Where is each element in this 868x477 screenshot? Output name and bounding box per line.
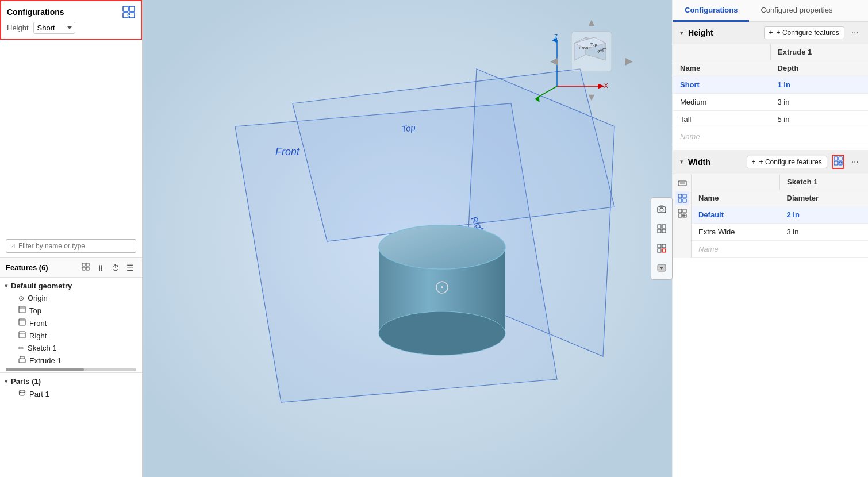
height-section-header: ▾ Height + + Configure features ··· bbox=[673, 22, 868, 44]
filter-area: ⊿ bbox=[0, 234, 142, 258]
tree-item-label: Default geometry bbox=[11, 282, 72, 290]
sketch-icon: ✏ bbox=[18, 344, 24, 352]
right-tabs: Configurations Configured properties bbox=[673, 0, 868, 22]
tree-item-default-geometry[interactable]: ▾ Default geometry bbox=[0, 280, 142, 292]
svg-rect-0 bbox=[123, 6, 128, 11]
tab-configurations[interactable]: Configurations bbox=[673, 0, 749, 22]
height-section: ▾ Height + + Configure features ··· Extr… bbox=[673, 22, 868, 145]
scrollbar-track bbox=[6, 368, 136, 371]
height-chevron-icon: ▾ bbox=[680, 29, 683, 37]
tree-item-extrude1[interactable]: Extrude 1 bbox=[0, 354, 142, 367]
height-section-title: Height bbox=[688, 28, 759, 37]
row-value: 2 in bbox=[780, 206, 869, 224]
svg-text:Z: Z bbox=[554, 34, 558, 40]
row-value: 5 in bbox=[771, 111, 869, 128]
config-title: Configurations bbox=[7, 7, 64, 17]
row-name: Default bbox=[692, 206, 780, 224]
table-row-new[interactable]: Name bbox=[692, 241, 868, 258]
table-row[interactable]: Medium 3 in bbox=[673, 94, 868, 111]
svg-text:◀: ◀ bbox=[550, 55, 558, 67]
svg-rect-70 bbox=[678, 181, 686, 186]
pause-button[interactable]: ⏸ bbox=[94, 262, 107, 274]
svg-text:Front: Front bbox=[275, 146, 300, 157]
svg-rect-54 bbox=[658, 225, 661, 228]
toolbar-btn-1[interactable] bbox=[652, 200, 671, 218]
tree-item-top[interactable]: Top bbox=[0, 304, 142, 317]
svg-text:Top: Top bbox=[590, 43, 597, 47]
table-row[interactable]: Default 2 in bbox=[692, 206, 868, 224]
filter-icon: ⊿ bbox=[10, 242, 16, 250]
tree-item-label: Top bbox=[29, 306, 41, 315]
svg-rect-57 bbox=[662, 229, 666, 233]
view-dropdown-btn[interactable] bbox=[652, 259, 671, 277]
svg-rect-76 bbox=[683, 199, 686, 202]
filter-input-wrapper: ⊿ bbox=[6, 239, 136, 253]
width-table-area: Sketch 1 Name Diameter Default 2 in Extr… bbox=[673, 174, 868, 258]
table-row[interactable]: Short 1 in bbox=[673, 76, 868, 94]
row-value-empty bbox=[780, 241, 869, 258]
tab-configured-properties[interactable]: Configured properties bbox=[749, 0, 844, 22]
tree-item-front[interactable]: Front bbox=[0, 317, 142, 329]
height-name-header: Name bbox=[673, 60, 771, 76]
part-icon bbox=[18, 389, 26, 398]
svg-rect-5 bbox=[82, 263, 85, 266]
extrude-icon bbox=[18, 356, 26, 365]
height-table: Extrude 1 Name Depth Short 1 in Medium 3… bbox=[673, 44, 868, 145]
table-row[interactable]: Tall 5 in bbox=[673, 111, 868, 128]
width-more-button[interactable]: ··· bbox=[849, 156, 861, 168]
svg-point-19 bbox=[20, 390, 25, 393]
svg-rect-73 bbox=[678, 194, 682, 198]
plane-icon bbox=[18, 318, 26, 328]
svg-rect-9 bbox=[19, 306, 25, 313]
height-label: Height bbox=[7, 24, 29, 32]
svg-point-62 bbox=[663, 249, 665, 252]
tree-item-label: Part 1 bbox=[29, 390, 49, 398]
side-icon-btn-3[interactable] bbox=[675, 206, 689, 220]
plus-icon: + bbox=[752, 158, 756, 166]
width-diameter-header: Diameter bbox=[780, 190, 869, 206]
svg-rect-58 bbox=[658, 244, 661, 248]
tree-item-sketch1[interactable]: ✏ Sketch 1 bbox=[0, 342, 142, 354]
svg-rect-55 bbox=[662, 225, 666, 228]
svg-rect-77 bbox=[678, 209, 682, 213]
width-chevron-icon: ▾ bbox=[680, 158, 683, 166]
height-extrude-group-header: Extrude 1 bbox=[771, 44, 869, 60]
timer-button[interactable]: ⏱ bbox=[109, 262, 122, 274]
svg-rect-65 bbox=[834, 157, 838, 160]
toolbar-btn-3[interactable] bbox=[652, 239, 671, 257]
table-row[interactable]: Extra Wide 3 in bbox=[692, 224, 868, 241]
tree-item-parts[interactable]: ▾ Parts (1) bbox=[0, 375, 142, 387]
features-title: Features (6) bbox=[6, 263, 77, 272]
svg-text:Top: Top bbox=[401, 122, 416, 134]
svg-rect-60 bbox=[658, 249, 661, 252]
side-icon-btn-2[interactable] bbox=[675, 191, 689, 205]
tree-item-label: Parts (1) bbox=[11, 377, 41, 386]
width-table: Sketch 1 Name Diameter Default 2 in Extr… bbox=[692, 174, 868, 258]
tree-item-label: Right bbox=[29, 332, 47, 340]
svg-rect-11 bbox=[19, 319, 25, 325]
svg-text:▲: ▲ bbox=[586, 17, 597, 28]
filter-input[interactable] bbox=[18, 242, 132, 250]
right-toolbar bbox=[651, 197, 673, 280]
tree-item-origin[interactable]: ⊙ Origin bbox=[0, 292, 142, 304]
center-panel: Front Top Right Front Top bbox=[143, 0, 673, 477]
svg-text:X: X bbox=[604, 83, 608, 89]
width-configure-features-button[interactable]: + + Configure features bbox=[747, 156, 827, 168]
tree-item-right[interactable]: Right bbox=[0, 329, 142, 342]
svg-point-31 bbox=[379, 311, 505, 355]
plane-icon bbox=[18, 306, 26, 315]
height-select[interactable]: Short Medium Tall bbox=[33, 22, 75, 34]
list-button[interactable]: ☰ bbox=[124, 262, 136, 274]
side-icon-btn-1[interactable] bbox=[675, 176, 689, 190]
add-feature-button[interactable] bbox=[79, 261, 92, 274]
svg-rect-59 bbox=[662, 244, 666, 248]
svg-text:▶: ▶ bbox=[625, 55, 633, 67]
tree-item-part1[interactable]: Part 1 bbox=[0, 387, 142, 400]
height-more-button[interactable]: ··· bbox=[849, 26, 861, 39]
height-configure-features-button[interactable]: + + Configure features bbox=[764, 26, 844, 39]
row-value: 3 in bbox=[780, 224, 869, 241]
table-row-new[interactable]: Name bbox=[673, 128, 868, 145]
toolbar-btn-2[interactable] bbox=[652, 220, 671, 238]
scrollbar-thumb bbox=[6, 368, 84, 371]
svg-rect-74 bbox=[683, 194, 686, 198]
